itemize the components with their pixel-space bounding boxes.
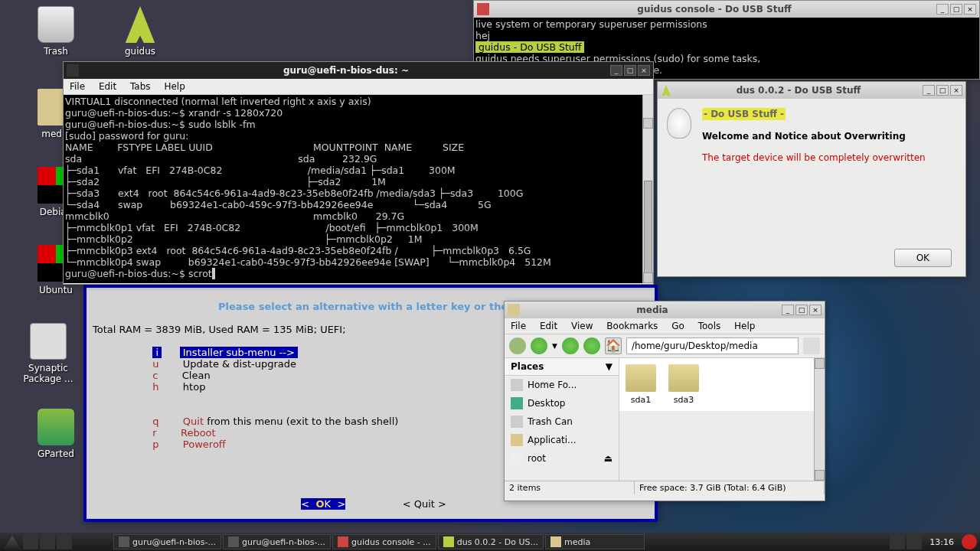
maximize-button[interactable]: □ bbox=[624, 65, 636, 76]
menu-key: r bbox=[152, 427, 156, 439]
menu-item-poweroff[interactable]: Poweroff bbox=[183, 439, 226, 450]
cursor bbox=[212, 268, 215, 279]
toolbar: ▼ 🏠 bbox=[505, 334, 825, 358]
minimize-button[interactable]: _ bbox=[923, 85, 935, 96]
maximize-button[interactable]: □ bbox=[936, 85, 949, 96]
go-button[interactable] bbox=[803, 337, 820, 354]
menu-bookmarks[interactable]: Bookmarks bbox=[606, 321, 658, 331]
place-trash[interactable]: Trash Can bbox=[505, 412, 619, 431]
scrollbar[interactable] bbox=[814, 358, 825, 481]
folder-item[interactable]: sda1 bbox=[626, 364, 656, 405]
statusbar: 2 items Free space: 3.7 GiB (Total: 6.4 … bbox=[505, 481, 825, 494]
desktop-icon-synaptic[interactable]: Synaptic Package ... bbox=[14, 323, 83, 384]
menu-file[interactable]: File bbox=[70, 81, 85, 92]
place-home[interactable]: Home Fo... bbox=[505, 376, 619, 394]
start-menu-button[interactable] bbox=[3, 534, 21, 549]
terminal-icon bbox=[228, 536, 239, 547]
menu-edit[interactable]: Edit bbox=[540, 321, 557, 331]
gparted-icon bbox=[38, 409, 74, 445]
ok-button[interactable]: < OK > bbox=[301, 498, 345, 510]
folder-icon bbox=[508, 304, 520, 316]
titlebar[interactable]: guru@uefi-n-bios-dus: ~ _ □ × bbox=[64, 62, 653, 79]
menu-item-quit[interactable]: Quit bbox=[183, 416, 204, 427]
scroll-thumb[interactable] bbox=[644, 181, 652, 283]
close-button[interactable]: × bbox=[809, 305, 822, 315]
task-button[interactable]: guru@uefi-n-bios-... bbox=[223, 534, 331, 549]
info-icon bbox=[667, 108, 691, 139]
task-button[interactable]: dus 0.0.2 - Do US... bbox=[438, 534, 544, 549]
close-button[interactable]: × bbox=[638, 65, 650, 76]
scroll-down-button[interactable] bbox=[643, 272, 653, 283]
scroll-up-button[interactable] bbox=[815, 358, 825, 369]
window-dus-dialog[interactable]: dus 0.0.2 - Do USB Stuff _ □ × - Do USB … bbox=[657, 81, 966, 277]
menu-help[interactable]: Help bbox=[734, 321, 755, 331]
quit-button[interactable]: < Quit > bbox=[403, 498, 446, 510]
places-header[interactable]: Places▼ bbox=[505, 358, 619, 376]
guidus-icon bbox=[661, 85, 671, 96]
menu-item-installer[interactable]: Installer sub-menu --> bbox=[180, 347, 298, 358]
folder-item[interactable]: sda3 bbox=[668, 364, 699, 405]
task-button[interactable]: guru@uefi-n-bios-... bbox=[113, 534, 221, 549]
place-desktop[interactable]: Desktop bbox=[505, 394, 619, 412]
minimize-button[interactable]: _ bbox=[610, 65, 622, 76]
menu-edit[interactable]: Edit bbox=[99, 81, 116, 92]
close-button[interactable]: × bbox=[950, 85, 962, 96]
menu-view[interactable]: View bbox=[571, 321, 593, 331]
minimize-button[interactable]: _ bbox=[782, 305, 794, 315]
menu-key: i bbox=[152, 347, 162, 358]
menu-help[interactable]: Help bbox=[164, 81, 185, 92]
close-button[interactable]: × bbox=[964, 4, 976, 15]
menu-item-update[interactable]: Update & dist-upgrade bbox=[183, 358, 296, 370]
place-applications[interactable]: Applicati... bbox=[505, 431, 619, 449]
folder-icon bbox=[668, 364, 699, 392]
up-button[interactable] bbox=[562, 337, 579, 354]
path-input[interactable] bbox=[626, 337, 799, 354]
terminal-icon bbox=[67, 64, 79, 77]
reload-button[interactable] bbox=[583, 337, 600, 354]
terminal-output[interactable]: VIRTUAL1 disconnected (normal left inver… bbox=[64, 95, 653, 283]
dialog-heading: - Do USB Stuff - bbox=[702, 108, 786, 120]
history-dropdown-icon[interactable]: ▼ bbox=[552, 342, 557, 350]
task-button[interactable]: media bbox=[545, 534, 645, 549]
minimize-button[interactable]: _ bbox=[936, 4, 949, 15]
desktop-icon-gparted[interactable]: GParted bbox=[21, 409, 90, 459]
icon-label: GParted bbox=[21, 448, 90, 459]
workspace-switcher[interactable] bbox=[57, 534, 72, 549]
titlebar[interactable]: dus 0.0.2 - Do USB Stuff _ □ × bbox=[658, 82, 965, 99]
maximize-button[interactable]: □ bbox=[795, 305, 808, 315]
menu-item-reboot[interactable]: Reboot bbox=[181, 427, 216, 439]
home-button[interactable]: 🏠 bbox=[605, 337, 622, 354]
desktop-icon-guidus[interactable]: guidus bbox=[106, 6, 175, 57]
ok-button[interactable]: OK bbox=[894, 249, 952, 267]
file-view[interactable]: sda1 sda3 bbox=[619, 358, 825, 411]
scroll-down-button[interactable] bbox=[815, 470, 825, 481]
scroll-up-button[interactable] bbox=[643, 118, 653, 129]
power-button[interactable] bbox=[962, 534, 977, 549]
back-button[interactable] bbox=[509, 337, 526, 354]
desktop-icon-trash[interactable]: Trash bbox=[21, 6, 90, 57]
file-manager-launcher[interactable] bbox=[23, 534, 38, 549]
task-button[interactable]: guidus console - ... bbox=[332, 534, 436, 549]
maximize-button[interactable]: □ bbox=[950, 4, 962, 15]
menu-tools[interactable]: Tools bbox=[698, 321, 721, 331]
titlebar[interactable]: guidus console - Do USB Stuff _ □ × bbox=[474, 1, 979, 18]
menu-file[interactable]: File bbox=[511, 321, 526, 331]
status-freespace: Free space: 3.7 GiB (Total: 6.4 GiB) bbox=[635, 481, 825, 494]
tray-icon[interactable] bbox=[890, 534, 905, 549]
scrollbar[interactable] bbox=[642, 95, 653, 283]
titlebar[interactable]: media _ □ × bbox=[505, 302, 825, 318]
menu-item-clean[interactable]: Clean bbox=[182, 370, 211, 381]
clock[interactable]: 13:16 bbox=[929, 537, 954, 547]
console-banner: guidus - Do USB Stuff bbox=[475, 41, 584, 53]
place-root[interactable]: root⏏ bbox=[505, 449, 619, 468]
window-file-manager[interactable]: media _ □ × File Edit View Bookmarks Go … bbox=[504, 301, 825, 501]
menu-tabs[interactable]: Tabs bbox=[130, 81, 151, 92]
menu-go[interactable]: Go bbox=[671, 321, 684, 331]
window-terminal[interactable]: guru@uefi-n-bios-dus: ~ _ □ × File Edit … bbox=[63, 61, 654, 285]
show-desktop-button[interactable] bbox=[40, 534, 55, 549]
forward-button[interactable] bbox=[531, 337, 547, 354]
window-title: media bbox=[524, 305, 780, 315]
eject-icon[interactable]: ⏏ bbox=[604, 453, 612, 464]
menu-item-htop[interactable]: htop bbox=[183, 381, 206, 393]
network-icon[interactable] bbox=[906, 534, 922, 549]
